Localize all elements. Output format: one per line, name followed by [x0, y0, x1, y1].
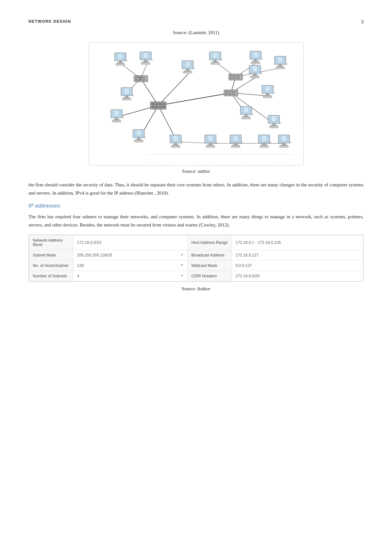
svg-rect-13 [92, 45, 100, 49]
page-number: 3 [361, 19, 364, 24]
svg-line-24 [158, 93, 231, 105]
computer-r2 [262, 85, 274, 98]
computer-left [111, 110, 124, 122]
left-label-3: Number of Subnets [29, 271, 73, 281]
right-label-1: Broadcast Address [187, 250, 232, 261]
left-label-1: Subnet Mask [29, 250, 73, 261]
computer-tl1 [115, 53, 127, 65]
source-diagram: Source: author [28, 169, 364, 174]
svg-rect-2 [92, 47, 93, 48]
computer-tl2 [140, 52, 153, 64]
computer-rt3 [274, 56, 287, 69]
computer-bot3 [230, 135, 243, 148]
table-row: Subnet Mask255.255.255.128/25▼Broadcast … [29, 250, 363, 261]
computer-bot5 [278, 135, 291, 148]
computer-r1 [249, 65, 262, 78]
computer-bot1 [170, 135, 183, 148]
left-label-2: No. of Hosts/Subnet [29, 261, 73, 271]
table-row: Number of Subnets4▼CIDR Notation172.16.0… [29, 271, 363, 281]
svg-line-40 [122, 64, 141, 79]
left-label-0: Network Address Block [29, 235, 73, 250]
diagram-svg: 0 [92, 45, 300, 162]
central-switch [150, 102, 166, 109]
page-header: NETWORK DESIGN 3 [28, 19, 364, 24]
dropdown-arrow-icon[interactable]: ▼ [180, 263, 184, 267]
right-value-3: 172.16.0.0/25 [232, 271, 363, 281]
computer-bot4 [258, 135, 271, 148]
body-text-2: The firm has required four subnets to ma… [28, 213, 364, 229]
svg-rect-3 [92, 48, 95, 49]
svg-rect-20 [93, 46, 95, 48]
right-label-2: Wildcard Mask [187, 261, 232, 271]
left-value-3[interactable]: 4▼ [73, 271, 188, 281]
subnet-table: Network Address Block172.16.0.0/23Host A… [28, 235, 364, 282]
right-label-0: Host Address Range [187, 235, 232, 250]
hub-rt [229, 74, 243, 80]
right-value-1: 172.16.0.127 [232, 250, 363, 261]
network-diagram: 0 [89, 42, 304, 166]
source-top: Source: (Lammle, 2011) [28, 30, 364, 35]
computer-rt2 [250, 51, 262, 64]
table-row: No. of Hosts/Subnet128▼Wildcard Mask0.0.… [29, 261, 363, 271]
svg-rect-0 [92, 45, 98, 47]
computer-bl [133, 129, 146, 142]
dropdown-arrow-icon[interactable]: ▼ [180, 253, 184, 256]
left-value-1[interactable]: 255.255.255.128/25▼ [73, 250, 188, 261]
right-label-3: CIDR Notation [187, 271, 232, 281]
svg-rect-21 [96, 46, 99, 48]
computer-r4 [268, 115, 281, 128]
svg-text:0: 0 [98, 45, 99, 48]
hub-right [224, 90, 238, 96]
right-value-0: 172.16.0.1 - 172.16.0.126 [232, 235, 363, 250]
dropdown-arrow-icon[interactable]: ▼ [180, 274, 184, 277]
svg-rect-11 [92, 46, 92, 47]
left-value-2[interactable]: 128▼ [73, 261, 188, 271]
source-bottom: Source: Author [28, 286, 364, 292]
body-text-1: the firm should consider the security of… [28, 181, 364, 197]
svg-rect-6 [92, 45, 99, 49]
section-heading-ip: IP addresses: [28, 203, 364, 209]
left-value-0: 172.16.0.0/23 [73, 235, 188, 250]
right-value-2: 0.0.0.127 [232, 261, 363, 271]
computer-r3 [240, 106, 253, 119]
table-row: Network Address Block172.16.0.0/23Host A… [29, 235, 363, 250]
computer-bot2 [205, 135, 217, 148]
svg-rect-4 [92, 49, 96, 51]
page: NETWORK DESIGN 3 Source: (Lammle, 2011) [0, 0, 392, 554]
document-title: NETWORK DESIGN [28, 19, 71, 24]
computer-rt1 [209, 52, 222, 64]
svg-line-22 [141, 79, 158, 105]
computer-tc [182, 61, 195, 73]
svg-rect-12 [93, 46, 96, 47]
subnet-data-table: Network Address Block172.16.0.0/23Host A… [29, 235, 363, 281]
computer-tl3 [121, 87, 134, 100]
